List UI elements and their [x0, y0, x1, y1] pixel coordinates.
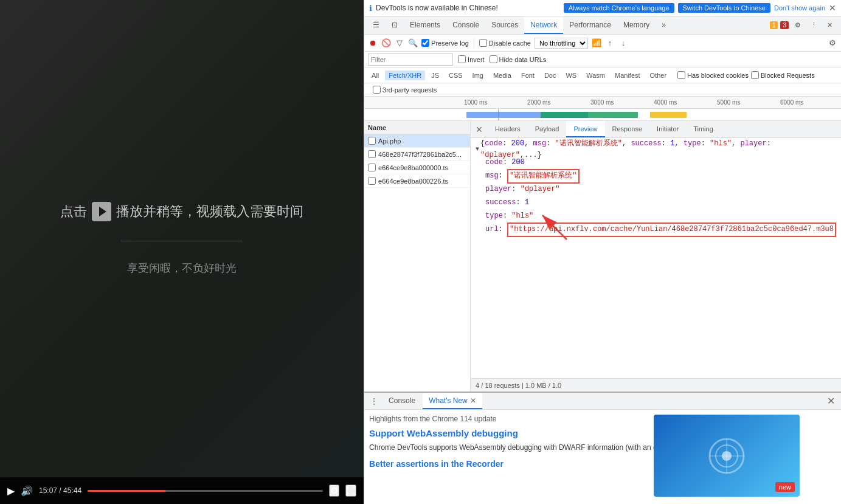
video-progress-bar[interactable] — [88, 490, 323, 492]
tab-memory[interactable]: Memory — [617, 16, 656, 34]
tick-6000: 6000 ms — [778, 99, 841, 106]
whatsnew-tab-close[interactable]: ✕ — [470, 396, 476, 405]
drawer-tab-whatsnew[interactable]: What's New ✕ — [423, 393, 482, 409]
expand-arrow[interactable]: ▼ — [476, 145, 479, 154]
drawer-handle-icon[interactable]: ⋮ — [367, 396, 381, 406]
hide-data-label[interactable]: Hide data URLs — [490, 55, 547, 63]
timeline-header: 1000 ms 2000 ms 3000 ms 4000 ms 5000 ms … — [364, 97, 841, 109]
preview-content: ▼ {code: 200, msg: "诺讯智能解析系统", success: … — [471, 138, 841, 378]
export-icon[interactable]: ↓ — [618, 38, 628, 48]
tab-initiator[interactable]: Initiator — [649, 121, 686, 137]
filter-js-btn[interactable]: JS — [427, 71, 443, 80]
video-main-text: 点击 播放并稍等，视频载入需要时间 — [60, 202, 303, 221]
settings2-icon[interactable]: ⚙ — [828, 38, 837, 48]
settings-icon[interactable]: ⚙ — [791, 21, 805, 29]
switch-chinese-button[interactable]: Switch DevTools to Chinese — [678, 3, 770, 13]
tab-response[interactable]: Response — [605, 121, 650, 137]
item-checkbox[interactable] — [368, 150, 376, 158]
filter-all-btn[interactable]: All — [368, 71, 382, 80]
filter-doc-btn[interactable]: Doc — [541, 71, 560, 80]
tab-network[interactable]: Network — [524, 16, 563, 34]
tab-console[interactable]: Console — [446, 16, 485, 34]
filter-manifest-btn[interactable]: Manifest — [611, 71, 644, 80]
status-text: 4 / 18 requests | 1.0 MB / 1.0 — [476, 382, 561, 389]
filter-icon[interactable]: ▽ — [395, 38, 404, 48]
preserve-log-checkbox[interactable] — [421, 39, 429, 47]
item-checkbox[interactable] — [368, 137, 376, 145]
list-item[interactable]: 468e28747f3f72861ba2c5... — [364, 148, 470, 161]
drawer-tab-console[interactable]: Console — [382, 393, 421, 409]
json-key-type: type — [485, 210, 503, 222]
tab-menu-icon[interactable]: ☰ — [367, 16, 386, 34]
filter-input[interactable] — [368, 54, 453, 66]
has-blocked-label[interactable]: Has blocked cookies — [677, 71, 749, 79]
json-msg-line: msg: "诺讯智能解析系统" — [476, 170, 836, 183]
item-name-ts1: e664ce9e8ba000000.ts — [378, 164, 466, 171]
disable-cache-checkbox[interactable] — [479, 39, 487, 47]
third-party-label[interactable]: 3rd-party requests — [373, 86, 437, 94]
list-item[interactable]: Api.php — [364, 134, 470, 148]
item-checkbox[interactable] — [368, 164, 376, 171]
blocked-req-label[interactable]: Blocked Requests — [751, 71, 815, 79]
invert-checkbox[interactable] — [458, 55, 466, 63]
warning-badge[interactable]: 1 — [770, 21, 778, 29]
video-content: 点击 播放并稍等，视频载入需要时间 享受闲暇，不负好时光 — [0, 0, 364, 477]
third-party-checkbox[interactable] — [373, 86, 381, 94]
tab-responsive-icon[interactable]: ⊡ — [386, 16, 404, 34]
network-status-bar: 4 / 18 requests | 1.0 MB / 1.0 — [471, 378, 841, 392]
disable-cache-label[interactable]: Disable cache — [479, 39, 531, 47]
more-options-icon[interactable]: ⋮ — [807, 21, 821, 29]
tab-headers[interactable]: Headers — [488, 121, 528, 137]
tab-preview[interactable]: Preview — [566, 121, 604, 137]
settings-button[interactable]: ⚙ — [329, 485, 339, 497]
match-language-button[interactable]: Always match Chrome's language — [564, 3, 674, 13]
error-badge[interactable]: 3 — [780, 21, 789, 29]
list-item[interactable]: e664ce9e8ba000000.ts — [364, 161, 470, 174]
tab-more[interactable]: » — [656, 16, 672, 34]
filter-img-btn[interactable]: Img — [469, 71, 487, 80]
drawer-content: Highlights from the Chrome 114 update Su… — [364, 410, 841, 504]
preserve-log-label[interactable]: Preserve log — [421, 39, 469, 47]
json-collapsed-row[interactable]: ▼ {code: 200, msg: "诺讯智能解析系统", success: … — [476, 143, 836, 156]
filter-media-btn[interactable]: Media — [490, 71, 515, 80]
list-item[interactable]: e664ce9e8ba000226.ts — [364, 174, 470, 188]
import-icon[interactable]: ↑ — [605, 38, 615, 48]
filter-other-btn[interactable]: Other — [646, 71, 671, 80]
tab-payload[interactable]: Payload — [528, 121, 567, 137]
blocked-req-checkbox[interactable] — [751, 71, 759, 79]
json-player-line: player: "dplayer" — [476, 183, 836, 196]
tab-elements[interactable]: Elements — [404, 16, 446, 34]
tab-timing[interactable]: Timing — [686, 121, 721, 137]
red-arrow-svg — [512, 206, 585, 243]
item-name-ts2: e664ce9e8ba000226.ts — [378, 178, 466, 185]
has-blocked-checkbox[interactable] — [677, 71, 685, 79]
search-icon[interactable]: 🔍 — [408, 38, 418, 48]
filter-fetch-xhr-btn[interactable]: Fetch/XHR — [385, 71, 425, 80]
filter-css-btn[interactable]: CSS — [445, 71, 466, 80]
filter-font-btn[interactable]: Font — [517, 71, 538, 80]
tab-sources[interactable]: Sources — [485, 16, 524, 34]
video-sub-text: 享受闲暇，不负好时光 — [127, 261, 237, 275]
network-conditions-icon[interactable]: 📶 — [592, 38, 601, 48]
dont-show-link[interactable]: Don't show again — [774, 4, 825, 12]
fullscreen-button[interactable]: ⛶ — [345, 485, 356, 497]
record-icon[interactable]: ⏺ — [368, 38, 378, 48]
invert-label[interactable]: Invert — [458, 55, 485, 63]
item-checkbox[interactable] — [368, 177, 376, 185]
hide-data-checkbox[interactable] — [490, 55, 497, 63]
drawer-content-wrapper: Highlights from the Chrome 114 update Su… — [369, 415, 836, 469]
timeline-bar-green — [541, 112, 638, 118]
toolbar-sep1 — [474, 38, 474, 48]
filter-ws-btn[interactable]: WS — [562, 71, 580, 80]
filter-wasm-btn[interactable]: Wasm — [583, 71, 609, 80]
close-devtools-button[interactable]: ✕ — [823, 21, 836, 29]
banner-close-button[interactable]: ✕ — [829, 3, 836, 13]
preview-close-button[interactable]: ✕ — [471, 121, 488, 137]
tab-performance[interactable]: Performance — [563, 16, 617, 34]
throttle-select[interactable]: No throttling — [535, 38, 588, 49]
tick-1000: 1000 ms — [462, 99, 525, 106]
play-button[interactable]: ▶ — [7, 485, 15, 497]
drawer-close-button[interactable]: ✕ — [823, 395, 839, 407]
volume-button[interactable]: 🔊 — [21, 485, 33, 497]
clear-icon[interactable]: 🚫 — [381, 38, 391, 48]
